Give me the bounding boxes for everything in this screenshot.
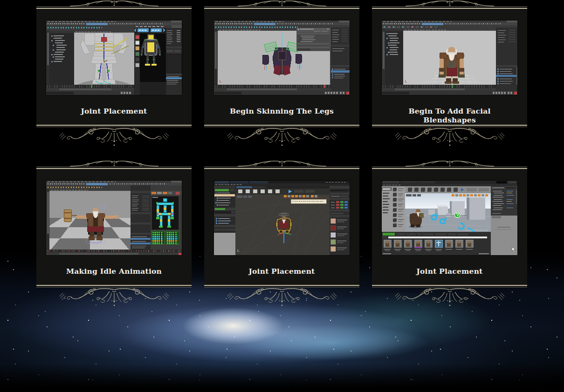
flourish-bottom-ornament [204,127,359,149]
maya-joint-placement-thumbnail[interactable] [46,20,182,95]
flourish-bottom-ornament [204,287,359,309]
card-caption: Begin Skinning The Legs [214,107,350,115]
flourish-top-ornament [36,0,192,7]
flourish-bottom-ornament [36,127,192,149]
project-card[interactable]: Joint Placement [372,160,527,309]
project-card[interactable]: Joint Placement [36,0,192,149]
page: Joint Placement [0,0,564,392]
flourish-bottom-ornament [372,127,527,149]
project-card[interactable]: Making Idle Animation [36,160,192,309]
card-caption: Making Idle Animation [46,267,182,276]
card-caption: Joint Placement [382,267,517,276]
flourish-top-ornament [372,160,527,167]
maya-skinning-thumbnail[interactable] [214,20,350,95]
project-card[interactable]: Joint Placement [204,160,359,309]
flourish-top-ornament [204,160,359,167]
card-caption: Joint Placement [46,107,182,115]
maya-blendshapes-thumbnail[interactable] [382,20,517,95]
flourish-top-ornament [204,0,359,7]
flourish-bottom-ornament [372,287,527,309]
unreal-character-thumbnail[interactable] [214,181,350,255]
flourish-top-ornament [36,160,192,167]
card-caption: Joint Placement [214,267,350,276]
flourish-top-ornament [372,0,527,7]
unreal-level-thumbnail[interactable] [382,181,517,255]
project-card[interactable]: Begin To Add Facial Blendshapes [372,0,527,149]
card-caption: Begin To Add Facial Blendshapes [382,107,517,124]
flourish-bottom-ornament [36,287,192,309]
project-card[interactable]: Begin Skinning The Legs [204,0,359,149]
maya-idle-animation-thumbnail[interactable] [46,181,182,255]
